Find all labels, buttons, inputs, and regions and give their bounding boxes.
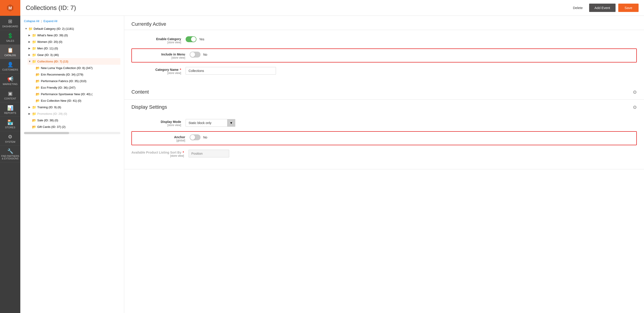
- tree-node-row-default[interactable]: ▼ 📁 Default Category (ID: 2) (1181): [24, 25, 120, 32]
- folder-icon: 📂: [36, 71, 40, 78]
- display-mode-label: Display Mode [store view]: [132, 119, 181, 127]
- toggle-icon: ▶: [28, 105, 31, 110]
- sidebar-item-customers[interactable]: 👤 CUSTOMERS: [0, 59, 20, 74]
- anchor-row: Anchor [global] No: [132, 131, 637, 145]
- marketing-icon: 📢: [7, 77, 13, 82]
- tree-node-row-perf-sport[interactable]: 📂 Performance Sportswear New (ID: 40) (: [31, 91, 120, 97]
- sidebar-item-label: DASHBOARD: [2, 25, 18, 28]
- toggle-thumb: [191, 37, 196, 42]
- display-settings-title: Display Settings: [132, 104, 167, 110]
- required-star: *: [183, 151, 184, 154]
- sidebar-item-catalog[interactable]: 📋 CATALOG: [0, 45, 20, 59]
- tree-node-label: Gear (ID: 3) (46): [37, 52, 59, 57]
- available-sort-row: Available Product Listing Sort By * [sto…: [132, 150, 637, 157]
- anchor-toggle[interactable]: [190, 134, 200, 140]
- toggle-track: [190, 52, 200, 57]
- content-section-header[interactable]: Content ⊙: [124, 85, 644, 99]
- tree-node-row-new-luma[interactable]: 📂 New Luma Yoga Collection (ID: 8) (347): [31, 65, 120, 71]
- sidebar-item-stores[interactable]: 🏪 STORES: [0, 117, 20, 131]
- tree-node: 📂 Performance Fabrics (ID: 35) (310): [28, 78, 120, 84]
- sidebar-item-label: CATALOG: [4, 54, 16, 57]
- category-name-label: Category Name * [store view]: [132, 67, 181, 75]
- toggle-icon: ▼: [28, 59, 31, 64]
- tree-node-label: Collections (ID: 7) (13): [37, 59, 68, 64]
- sidebar-item-dashboard[interactable]: ⊞ DASHBOARD: [0, 16, 20, 30]
- collapse-all-link[interactable]: Collapse All: [24, 19, 39, 23]
- display-settings-content: Display Mode [store view] Static block o…: [124, 115, 644, 169]
- display-mode-select-wrapper: Static block only Products only Static b…: [186, 119, 235, 127]
- available-sort-label: Available Product Listing Sort By * [sto…: [132, 150, 184, 157]
- tree-node: ▶ 📁 What's New (ID: 39) (0): [24, 32, 120, 38]
- tree-scrollbar[interactable]: [24, 132, 120, 134]
- folder-icon: 📂: [32, 124, 36, 130]
- tree-node-row-collections[interactable]: ▼ 📁 Collections (ID: 7) (13): [28, 58, 120, 65]
- display-mode-control: Static block only Products only Static b…: [186, 119, 235, 127]
- category-name-input[interactable]: [186, 67, 276, 75]
- tree-node: 📂 New Luma Yoga Collection (ID: 8) (347): [28, 65, 120, 71]
- tree-node-label: Men (ID: 11) (0): [37, 46, 58, 51]
- sidebar-item-content[interactable]: ▣ CONTENT: [0, 88, 20, 102]
- expand-all-link[interactable]: Expand All: [44, 19, 57, 23]
- content-section: Content ⊙: [124, 85, 644, 100]
- tree-node-row-eco-friendly[interactable]: 📂 Eco Friendly (ID: 36) (247): [31, 84, 120, 91]
- sales-icon: 💲: [7, 33, 13, 38]
- currently-active-form: Enable Category [store view] Yes: [124, 34, 644, 85]
- enable-category-toggle[interactable]: [186, 36, 196, 42]
- tree-node: 📂 Gift Cards (ID: 37) (2): [24, 124, 120, 130]
- tree-node-label: Performance Fabrics (ID: 35) (310): [41, 78, 86, 84]
- sidebar-item-reports[interactable]: 📊 REPORTS: [0, 102, 20, 117]
- header-actions: Delete Add Event Save: [569, 3, 638, 12]
- required-star: *: [180, 68, 181, 71]
- toggle-icon: ▶: [28, 53, 31, 57]
- tree-node: ▼ 📁 Collections (ID: 7) (13) 📂 New Luma …: [24, 58, 120, 104]
- tree-node: ▶ 📁 Gear (ID: 3) (46): [24, 52, 120, 58]
- tree-node-row-sale[interactable]: 📂 Sale (ID: 38) (0): [28, 117, 120, 124]
- sidebar-item-label: FIND PARTNERS & EXTENSIONS: [1, 155, 20, 160]
- sidebar-item-label: SALES: [6, 39, 14, 42]
- tree-node: 📂 Eco Friendly (ID: 36) (247): [28, 84, 120, 91]
- tree-node-row-perf-fab[interactable]: 📂 Performance Fabrics (ID: 35) (310): [31, 78, 120, 84]
- enable-category-value-label: Yes: [199, 37, 204, 41]
- tree-node-row-men[interactable]: ▶ 📁 Men (ID: 11) (0): [28, 45, 120, 52]
- tree-node-row-giftcards[interactable]: 📂 Gift Cards (ID: 37) (2): [28, 124, 120, 130]
- dashboard-icon: ⊞: [8, 19, 12, 24]
- sidebar-item-label: STORES: [5, 126, 15, 129]
- tree-node-row-gear[interactable]: ▶ 📁 Gear (ID: 3) (46): [28, 52, 120, 58]
- tree-node-row-women[interactable]: ▶ 📁 Women (ID: 20) (0): [28, 38, 120, 45]
- include-in-menu-label: Include in Menu [store view]: [136, 52, 185, 59]
- save-button[interactable]: Save: [618, 3, 638, 12]
- tree-node-row-whatsnew[interactable]: ▶ 📁 What's New (ID: 39) (0): [28, 32, 120, 38]
- svg-text:M: M: [8, 6, 12, 10]
- sidebar-item-sales[interactable]: 💲 SALES: [0, 30, 20, 45]
- tree-node-row-promotions[interactable]: ▶ 📁 Promotions (ID: 29) (0): [28, 111, 120, 117]
- available-sort-input[interactable]: [188, 150, 229, 157]
- sidebar-item-label: REPORTS: [4, 112, 16, 114]
- include-in-menu-row: Include in Menu [store view] No: [132, 48, 637, 62]
- tree-node-row-eco-coll-new[interactable]: 📂 Eco Collection New (ID: 41) (0): [31, 97, 120, 104]
- find-partners-icon: 🔧: [7, 149, 13, 154]
- tree-node-row-erin[interactable]: 📂 Erin Recommends (ID: 34) (279): [31, 71, 120, 78]
- sidebar-item-marketing[interactable]: 📢 MARKETING: [0, 74, 20, 88]
- sidebar: M ⊞ DASHBOARD 💲 SALES 📋 CATALOG 👤 CUSTOM…: [0, 0, 20, 313]
- sidebar-logo[interactable]: M: [0, 0, 20, 16]
- sidebar-item-find-partners[interactable]: 🔧 FIND PARTNERS & EXTENSIONS: [0, 146, 20, 162]
- folder-icon: 📂: [36, 65, 40, 71]
- toggle-icon: ▶: [28, 46, 31, 51]
- category-name-control: [186, 67, 276, 75]
- add-event-button[interactable]: Add Event: [589, 3, 616, 12]
- include-in-menu-toggle[interactable]: [190, 52, 200, 57]
- tree-node: ▶ 📁 Women (ID: 20) (0): [24, 38, 120, 45]
- display-settings-section-header[interactable]: Display Settings ⊙: [124, 100, 644, 115]
- tree-node-row-training[interactable]: ▶ 📁 Training (ID: 9) (6): [28, 104, 120, 111]
- stores-icon: 🏪: [7, 120, 13, 125]
- enable-category-label: Enable Category [store view]: [132, 36, 181, 44]
- catalog-icon: 📋: [7, 48, 13, 53]
- delete-button[interactable]: Delete: [569, 4, 586, 11]
- sidebar-item-system[interactable]: ⚙ SYSTEM: [0, 131, 20, 146]
- display-mode-select[interactable]: Static block only Products only Static b…: [186, 119, 235, 127]
- folder-icon: 📁: [32, 45, 36, 51]
- display-settings-chevron-icon: ⊙: [633, 104, 637, 110]
- section-divider: [124, 30, 644, 30]
- content-area: Collapse All | Expand All ▼ 📁 Default Ca…: [20, 16, 644, 313]
- scrollbar-thumb: [24, 132, 69, 134]
